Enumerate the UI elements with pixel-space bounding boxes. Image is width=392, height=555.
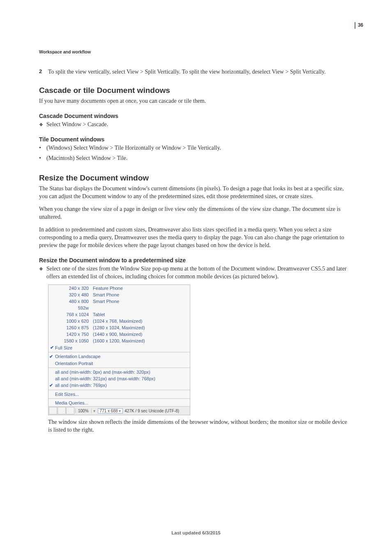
menu-item-size[interactable]: 1000 x 620(1024 x 768, Maximized): [48, 318, 190, 324]
bullet-tile-windows: • (Windows) Select Window > Tile Horizon…: [39, 144, 351, 152]
menu-full-size-label: Full Size: [55, 345, 93, 350]
heading-resize: Resize the Document window: [39, 173, 351, 183]
cascade-intro: If you have many documents open at once,…: [39, 97, 351, 105]
window-size-field[interactable]: 771 x 688 ▾: [98, 408, 123, 414]
step-2: 2 To split the view vertically, select V…: [39, 68, 351, 76]
heading-predetermined: Resize the Document window to a predeter…: [39, 257, 351, 264]
menu-item-size[interactable]: 240 x 320Feature Phone: [48, 285, 190, 291]
statusbar-tool-icon[interactable]: [66, 407, 74, 414]
menu-item-size[interactable]: 1260 x 875(1280 x 1024, Maximized): [48, 324, 190, 331]
menu-desc: Feature Phone: [93, 286, 190, 291]
page-footer: Last updated 6/3/2015: [0, 530, 392, 535]
menu-item-orientation-portrait[interactable]: Orientation Portrait: [48, 360, 190, 367]
bullet-tile-mac-text: (Macintosh) Select Window > Tile.: [46, 155, 127, 162]
figure-caption: The window size shown reflects the insid…: [48, 419, 351, 434]
diamond-bullet-icon: ❖: [39, 121, 46, 128]
menu-item-media-query[interactable]: all and (min-width: 0px) and (max-width:…: [48, 369, 190, 375]
menu-dims: 1260 x 875: [55, 325, 93, 330]
menu-item-size[interactable]: 768 x 1024Tablet: [48, 311, 190, 318]
heading-cascade-tile: Cascade or tile Document windows: [39, 86, 351, 95]
menu-desc: (1440 x 900, Maximized): [93, 332, 190, 337]
bullet-predetermined-text: Select one of the sizes from the Window …: [46, 265, 351, 281]
menu-separator: [48, 352, 190, 352]
menu-separator: [48, 398, 190, 399]
dot-bullet-icon: •: [39, 155, 46, 162]
dot-bullet-icon: •: [39, 144, 46, 152]
bullet-tile-mac: • (Macintosh) Select Window > Tile.: [39, 155, 351, 162]
step-number: 2: [39, 68, 48, 76]
window-size-value: 771 x 688: [100, 409, 118, 413]
statusbar-info: 427K / 9 sec Unicode (UTF-8): [123, 409, 179, 413]
menu-item-media-queries[interactable]: Media Queries...: [48, 400, 190, 406]
resize-p2: When you change the view size of a page …: [39, 206, 351, 221]
status-bar: 100% ▾ 771 x 688 ▾ 427K / 9 sec Unicode …: [48, 406, 190, 415]
menu-dims: 768 x 1024: [55, 312, 93, 317]
menu-item-size[interactable]: 1420 x 750(1440 x 900, Maximized): [48, 331, 190, 338]
window-size-menu: 240 x 320Feature Phone 320 x 480Smart Ph…: [48, 284, 190, 415]
menu-dims: 480 x 800: [55, 299, 93, 304]
menu-dims: 1580 x 1050: [55, 338, 93, 343]
menu-item-media-query[interactable]: all and (min-width: 321px) and (max-widt…: [48, 375, 190, 382]
statusbar-tool-icon[interactable]: [49, 407, 57, 414]
menu-dims: 240 x 320: [55, 286, 93, 291]
menu-desc: Smart Phone: [93, 292, 190, 297]
bullet-cascade-text: Select Window > Cascade.: [46, 121, 108, 129]
resize-p3: In addition to predetermined and custom …: [39, 226, 351, 250]
menu-dims: 1420 x 750: [55, 332, 93, 337]
bullet-predetermined: ❖ Select one of the sizes from the Windo…: [39, 265, 351, 281]
menu-desc: (1280 x 1024, Maximized): [93, 325, 190, 330]
page-number-value: 36: [355, 22, 363, 29]
menu-item-size[interactable]: 320 x 480Smart Phone: [48, 291, 190, 298]
menu-dims: 1000 x 620: [55, 319, 93, 324]
menu-dims: 592w: [55, 305, 93, 310]
page-number: 36: [355, 22, 363, 28]
chevron-down-icon: ▾: [119, 409, 121, 413]
zoom-level[interactable]: 100%: [75, 409, 92, 413]
resize-p1: The Status bar displays the Document win…: [39, 185, 351, 201]
menu-desc: (1024 x 768, Maximized): [93, 319, 190, 324]
menu-item-edit-sizes[interactable]: Edit Sizes...: [48, 391, 190, 398]
menu-desc: (1600 x 1200, Maximized): [93, 338, 190, 343]
bullet-cascade: ❖ Select Window > Cascade.: [39, 121, 351, 129]
bullet-tile-win-text: (Windows) Select Window > Tile Horizonta…: [46, 144, 221, 152]
menu-dims: 320 x 480: [55, 292, 93, 297]
diamond-bullet-icon: ❖: [39, 265, 46, 273]
menu-desc: Tablet: [93, 312, 190, 317]
menu-size-list: 240 x 320Feature Phone 320 x 480Smart Ph…: [48, 285, 190, 351]
menu-item-full-size[interactable]: ✔Full Size: [48, 344, 190, 351]
statusbar-tool-icon[interactable]: [58, 407, 66, 414]
heading-cascade-windows: Cascade Document windows: [39, 113, 351, 119]
menu-item-size[interactable]: 1580 x 1050(1600 x 1200, Maximized): [48, 338, 190, 344]
menu-separator: [48, 368, 190, 368]
check-icon: ✔: [48, 345, 55, 350]
menu-item-size[interactable]: 592w: [48, 305, 190, 311]
heading-tile-windows: Tile Document windows: [39, 136, 351, 143]
step-text: To split the view vertically, select Vie…: [48, 68, 326, 76]
menu-item-media-query[interactable]: all and (min-width: 769px): [48, 382, 190, 389]
menu-desc: Smart Phone: [93, 299, 190, 304]
menu-item-size[interactable]: 480 x 800Smart Phone: [48, 298, 190, 305]
zoom-dropdown-icon[interactable]: ▾: [92, 409, 96, 413]
running-header: Workspace and workflow: [39, 49, 351, 54]
menu-separator: [48, 390, 190, 390]
menu-item-orientation-landscape[interactable]: Orientation Landscape: [48, 353, 190, 360]
page-content: Workspace and workflow 2 To split the vi…: [39, 49, 351, 439]
